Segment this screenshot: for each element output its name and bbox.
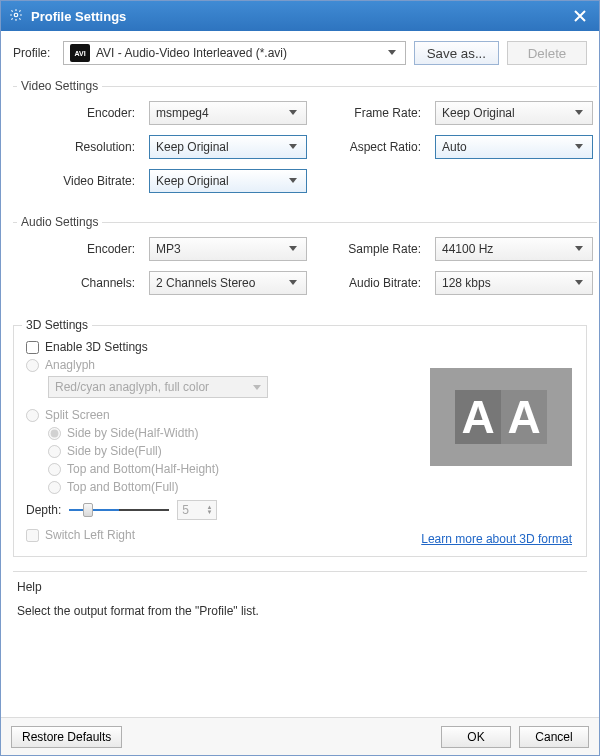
- sbs-full-radio: [48, 445, 61, 458]
- three-d-preview: AA: [430, 368, 572, 466]
- ok-button[interactable]: OK: [441, 726, 511, 748]
- profile-label: Profile:: [13, 46, 55, 60]
- aspect-ratio-select[interactable]: Auto: [435, 135, 593, 159]
- profile-select[interactable]: AVI AVI - Audio-Video Interleaved (*.avi…: [63, 41, 406, 65]
- slider-thumb: [83, 503, 93, 517]
- anaglyph-mode-select: Red/cyan anaglyph, full color: [48, 376, 268, 398]
- chevron-down-icon: [286, 110, 300, 116]
- sbs-half-radio: [48, 427, 61, 440]
- chevron-down-icon: [572, 144, 586, 150]
- video-bitrate-label: Video Bitrate:: [17, 174, 135, 188]
- frame-rate-select[interactable]: Keep Original: [435, 101, 593, 125]
- video-encoder-select[interactable]: msmpeg4: [149, 101, 307, 125]
- delete-button: Delete: [507, 41, 587, 65]
- depth-spinner: 5 ▲▼: [177, 500, 217, 520]
- anaglyph-radio: [26, 359, 39, 372]
- tab-full-option: Top and Bottom(Full): [48, 480, 574, 494]
- enable-3d-checkbox[interactable]: [26, 341, 39, 354]
- video-bitrate-select[interactable]: Keep Original: [149, 169, 307, 193]
- chevron-down-icon: [572, 246, 586, 252]
- profile-row: Profile: AVI AVI - Audio-Video Interleav…: [13, 41, 587, 65]
- chevron-down-icon: [572, 280, 586, 286]
- depth-slider: [69, 503, 169, 517]
- chevron-down-icon: [286, 246, 300, 252]
- video-settings-group: Video Settings Encoder: msmpeg4 Frame Ra…: [13, 79, 597, 211]
- client-area: Profile: AVI AVI - Audio-Video Interleav…: [1, 31, 599, 717]
- svg-point-0: [14, 13, 18, 17]
- channels-label: Channels:: [17, 276, 135, 290]
- video-encoder-label: Encoder:: [17, 106, 135, 120]
- video-legend: Video Settings: [17, 79, 102, 93]
- chevron-down-icon: [286, 178, 300, 184]
- audio-encoder-select[interactable]: MP3: [149, 237, 307, 261]
- learn-more-link[interactable]: Learn more about 3D format: [421, 532, 572, 546]
- enable-3d-row[interactable]: Enable 3D Settings: [26, 340, 574, 354]
- sample-rate-select[interactable]: 44100 Hz: [435, 237, 593, 261]
- chevron-down-icon: [286, 144, 300, 150]
- audio-encoder-label: Encoder:: [17, 242, 135, 256]
- gear-icon: [9, 8, 31, 25]
- resolution-label: Resolution:: [17, 140, 135, 154]
- three-d-legend: 3D Settings: [22, 318, 92, 332]
- sample-rate-label: Sample Rate:: [321, 242, 421, 256]
- aspect-ratio-label: Aspect Ratio:: [321, 140, 421, 154]
- help-label: Help: [17, 580, 587, 594]
- help-group: Help Select the output format from the "…: [13, 571, 587, 618]
- chevron-down-icon: [572, 110, 586, 116]
- footer: Restore Defaults OK Cancel: [1, 717, 599, 755]
- chevron-down-icon: [253, 380, 261, 394]
- enable-3d-label: Enable 3D Settings: [45, 340, 148, 354]
- spinner-arrows-icon: ▲▼: [206, 505, 212, 515]
- profile-value: AVI - Audio-Video Interleaved (*.avi): [96, 46, 379, 60]
- profile-settings-window: Profile Settings Profile: AVI AVI - Audi…: [0, 0, 600, 756]
- switch-lr-checkbox: [26, 529, 39, 542]
- titlebar: Profile Settings: [1, 1, 599, 31]
- audio-settings-group: Audio Settings Encoder: MP3 Sample Rate:…: [13, 215, 597, 313]
- resolution-select[interactable]: Keep Original: [149, 135, 307, 159]
- chevron-down-icon: [385, 50, 399, 56]
- audio-bitrate-label: Audio Bitrate:: [321, 276, 421, 290]
- depth-row: Depth: 5 ▲▼: [26, 500, 574, 520]
- three-d-settings-group: 3D Settings Enable 3D Settings Anaglyph …: [13, 325, 587, 557]
- close-button[interactable]: [569, 5, 591, 27]
- chevron-down-icon: [286, 280, 300, 286]
- tab-half-radio: [48, 463, 61, 476]
- frame-rate-label: Frame Rate:: [321, 106, 421, 120]
- help-text: Select the output format from the "Profi…: [17, 604, 587, 618]
- save-as-button[interactable]: Save as...: [414, 41, 499, 65]
- audio-bitrate-select[interactable]: 128 kbps: [435, 271, 593, 295]
- tab-full-radio: [48, 481, 61, 494]
- restore-defaults-button[interactable]: Restore Defaults: [11, 726, 122, 748]
- split-screen-radio: [26, 409, 39, 422]
- avi-format-icon: AVI: [70, 44, 90, 62]
- window-title: Profile Settings: [31, 9, 569, 24]
- depth-label: Depth:: [26, 503, 61, 517]
- cancel-button[interactable]: Cancel: [519, 726, 589, 748]
- channels-select[interactable]: 2 Channels Stereo: [149, 271, 307, 295]
- audio-legend: Audio Settings: [17, 215, 102, 229]
